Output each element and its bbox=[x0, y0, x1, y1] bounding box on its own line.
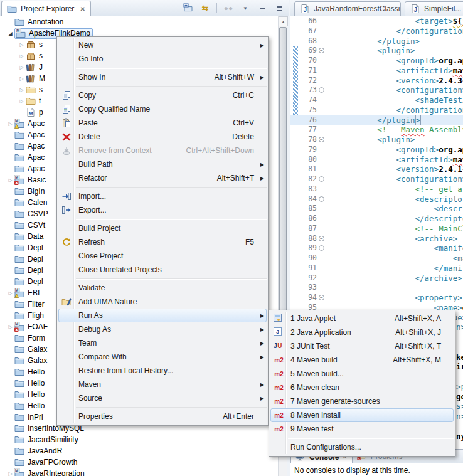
tree-item-s[interactable]: ▷s bbox=[18, 50, 43, 61]
menu-item-delete[interactable]: DeleteDelete bbox=[58, 130, 267, 144]
menu-item-copy[interactable]: CopyCtrl+C bbox=[58, 88, 267, 102]
tree-item-data[interactable]: Data bbox=[6, 231, 43, 242]
menu-item-compare-with[interactable]: Compare With▶ bbox=[58, 350, 267, 364]
submenu-item-1-java-applet[interactable]: 1 Java AppletAlt+Shift+X, A bbox=[270, 312, 454, 325]
maximize-button[interactable] bbox=[274, 3, 285, 14]
expand-arrow-icon[interactable]: ▷ bbox=[6, 324, 14, 330]
tree-item-jacardsimilirity[interactable]: JacardSimilirity bbox=[6, 434, 78, 445]
menu-item-validate[interactable]: Validate bbox=[58, 281, 267, 295]
scroll-up-arrow-icon[interactable]: ▲ bbox=[279, 16, 288, 26]
tree-item-fligh[interactable]: Fligh bbox=[6, 310, 44, 321]
tree-item-s[interactable]: ▷s bbox=[18, 84, 43, 95]
tree-item-t[interactable]: ▷t bbox=[18, 95, 41, 107]
collapse-all-button[interactable] bbox=[183, 3, 194, 14]
tree-item-ebi[interactable]: ▷MEBI bbox=[6, 287, 40, 299]
tree-item-p[interactable]: Mp bbox=[18, 107, 43, 118]
submenu-item-8-maven-install[interactable]: m28 Maven install bbox=[270, 408, 454, 422]
tree-item-depl[interactable]: Depl bbox=[6, 265, 43, 276]
tree-item-javafpgrowth[interactable]: JavaFPGrowth bbox=[6, 457, 77, 468]
tree-item-javaandr[interactable]: JavaAndR bbox=[6, 445, 62, 457]
submenu-item-7-maven-generate-sources[interactable]: m27 Maven generate-sources bbox=[270, 394, 454, 408]
tree-item-hello[interactable]: Hello bbox=[6, 389, 45, 400]
editor-tab-1[interactable]: JSimpleFil... bbox=[405, 1, 463, 16]
submenu-item-5-maven-build[interactable]: m25 Maven build... bbox=[270, 367, 454, 381]
submenu-item-3-junit-test[interactable]: JU3 JUnit TestAlt+Shift+X, T bbox=[270, 339, 454, 353]
tree-item-galax[interactable]: Galax bbox=[6, 355, 47, 366]
tree-item-javarintegration[interactable]: ▷MJavaRIntegration bbox=[6, 468, 85, 476]
tree-item-apac[interactable]: Apac bbox=[6, 129, 45, 140]
minimize-button[interactable] bbox=[257, 3, 268, 14]
view-menu-button[interactable]: ▼ bbox=[240, 3, 251, 14]
tree-item-depl[interactable]: Depl bbox=[6, 253, 43, 265]
menu-item-source[interactable]: Source▶ bbox=[58, 391, 267, 405]
menu-item-close-unrelated-projects[interactable]: Close Unrelated Projects bbox=[58, 263, 267, 277]
menu-item-maven[interactable]: Maven▶ bbox=[58, 378, 267, 391]
tree-item-apac[interactable]: ▷MApac bbox=[6, 118, 45, 129]
menu-item-paste[interactable]: PasteCtrl+V bbox=[58, 116, 267, 130]
tree-item-form[interactable]: Form bbox=[6, 332, 45, 344]
menu-item-refactor[interactable]: RefactorAlt+Shift+T▶ bbox=[58, 171, 267, 185]
menu-item-build-project[interactable]: Build Project bbox=[58, 221, 267, 235]
tree-item-calen[interactable]: Calen bbox=[6, 197, 47, 208]
collapse-arrow-icon[interactable]: ◢ bbox=[6, 31, 14, 36]
submenu-item-9-maven-test[interactable]: m29 Maven test bbox=[270, 422, 454, 436]
menu-item-import[interactable]: Import... bbox=[58, 189, 267, 203]
tree-item-hello[interactable]: Hello bbox=[6, 400, 45, 411]
tree-item-depl[interactable]: Depl bbox=[6, 242, 43, 253]
tree-item-bigin[interactable]: BigIn bbox=[6, 186, 45, 197]
tree-item-basic[interactable]: ▷MBasic bbox=[6, 174, 46, 186]
tab-project-explorer[interactable]: Project Explorer ✕ bbox=[1, 1, 91, 16]
tree-item-apac[interactable]: Apac bbox=[6, 140, 45, 152]
expand-arrow-icon[interactable]: ▷ bbox=[18, 65, 26, 70]
tree-item-label: Hello bbox=[28, 401, 45, 410]
menu-item-go-into[interactable]: Go Into bbox=[58, 52, 267, 66]
expand-arrow-icon[interactable]: ▷ bbox=[6, 290, 14, 296]
tree-item-depl[interactable]: Depl bbox=[6, 276, 43, 287]
submenu-item-6-maven-clean[interactable]: m26 Maven clean bbox=[270, 381, 454, 394]
menu-item-team[interactable]: Team▶ bbox=[58, 336, 267, 350]
menu-item-new[interactable]: New▶ bbox=[58, 38, 267, 52]
submenu-item-run-configurations[interactable]: Run Configurations... bbox=[270, 440, 454, 454]
menu-dots-button[interactable]: ●● bbox=[223, 3, 234, 14]
tree-item-filter[interactable]: Filter bbox=[6, 299, 45, 310]
expand-arrow-icon[interactable]: ▷ bbox=[18, 42, 26, 48]
tree-item-apac[interactable]: Apac bbox=[6, 152, 45, 163]
tree-item-hello[interactable]: Hello bbox=[6, 378, 45, 389]
expand-arrow-icon[interactable]: ▷ bbox=[6, 121, 14, 127]
tree-item-inpri[interactable]: InPri bbox=[6, 411, 43, 423]
submenu-item-2-java-application[interactable]: J2 Java ApplicationAlt+Shift+X, J bbox=[270, 325, 454, 339]
menu-item-restore-from-local-history[interactable]: Restore from Local History... bbox=[58, 364, 267, 378]
tree-item-s[interactable]: ▷s bbox=[18, 39, 43, 50]
menu-item-debug-as[interactable]: Debug As▶ bbox=[58, 322, 267, 336]
menu-item-remove-from-context[interactable]: Remove from ContextCtrl+Alt+Shift+Down bbox=[58, 144, 267, 157]
editor-tab-0[interactable]: JJavaRandomForestClassifi... bbox=[294, 1, 401, 16]
tree-item-annotation[interactable]: Annotation bbox=[6, 16, 63, 28]
expand-arrow-icon[interactable]: ▷ bbox=[6, 177, 14, 183]
link-with-editor-button[interactable]: ⇆ bbox=[200, 3, 211, 14]
tree-item-galax[interactable]: Galax bbox=[6, 344, 47, 355]
tree-item-m[interactable]: ▷M bbox=[18, 73, 45, 84]
close-icon[interactable]: ✕ bbox=[80, 6, 85, 13]
expand-arrow-icon[interactable]: ▷ bbox=[6, 471, 14, 476]
menu-item-copy-qualified-name[interactable]: Copy Qualified Name bbox=[58, 102, 267, 116]
tree-item-foaf[interactable]: ▷MFOAF bbox=[6, 321, 48, 332]
tree-item-j[interactable]: ▷J bbox=[18, 61, 43, 73]
expand-arrow-icon[interactable]: ▷ bbox=[18, 87, 26, 93]
submenu-item-4-maven-build[interactable]: m24 Maven buildAlt+Shift+X, M bbox=[270, 353, 454, 367]
tree-item-apac[interactable]: Apac bbox=[6, 163, 45, 174]
tree-item-hello[interactable]: Hello bbox=[6, 366, 45, 378]
tree-item-csvt[interactable]: CSVt bbox=[6, 219, 45, 231]
expand-arrow-icon[interactable]: ▷ bbox=[18, 76, 26, 82]
menu-item-export[interactable]: Export... bbox=[58, 203, 267, 217]
menu-item-properties[interactable]: PropertiesAlt+Enter bbox=[58, 410, 267, 423]
expand-arrow-icon[interactable]: ▷ bbox=[18, 98, 26, 104]
menu-item-close-project[interactable]: Close Project bbox=[58, 249, 267, 263]
tree-item-label: Calen bbox=[28, 198, 47, 207]
menu-item-build-path[interactable]: Build Path▶ bbox=[58, 157, 267, 171]
menu-item-refresh[interactable]: RefreshF5 bbox=[58, 235, 267, 249]
tree-item-csvp[interactable]: CSVP bbox=[6, 208, 48, 219]
menu-item-run-as[interactable]: Run As▶ bbox=[58, 309, 267, 322]
expand-arrow-icon[interactable]: ▷ bbox=[18, 53, 26, 59]
menu-item-add-uima-nature[interactable]: Add UIMA Nature bbox=[58, 295, 267, 309]
menu-item-show-in[interactable]: Show InAlt+Shift+W▶ bbox=[58, 70, 267, 84]
